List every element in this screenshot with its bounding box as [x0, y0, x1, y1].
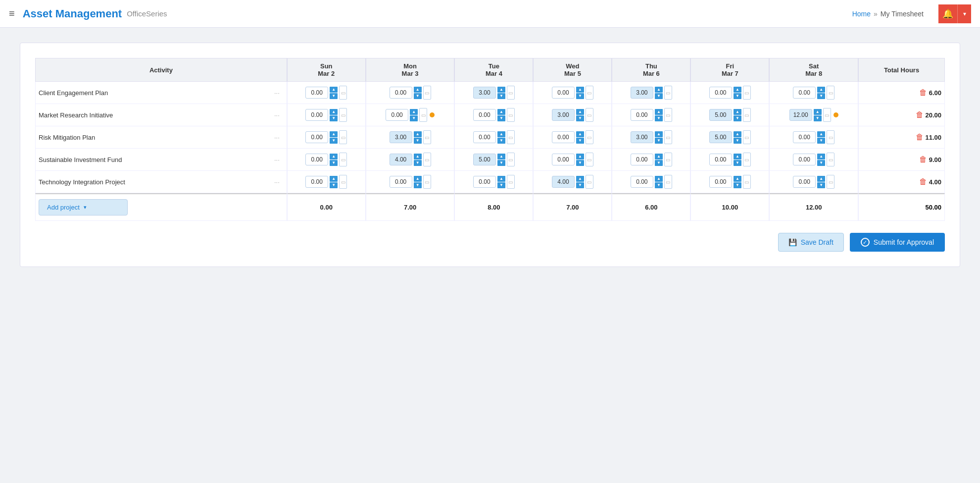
note-button[interactable]: ▭	[507, 175, 515, 189]
row-menu-dots[interactable]: ···	[274, 156, 280, 163]
note-button[interactable]: ▭	[586, 153, 593, 166]
delete-row-button[interactable]: 🗑	[919, 155, 927, 164]
spin-down-button[interactable]: ▼	[817, 93, 825, 99]
row-menu-dots[interactable]: ···	[274, 89, 280, 97]
note-button[interactable]: ▭	[827, 153, 834, 166]
spin-down-button[interactable]: ▼	[734, 182, 741, 188]
spin-down-button[interactable]: ▼	[576, 182, 584, 188]
hour-input[interactable]	[305, 87, 328, 99]
spin-up-button[interactable]: ▲	[817, 131, 825, 137]
hour-input[interactable]	[390, 154, 412, 165]
hour-input[interactable]	[789, 109, 812, 121]
spin-down-button[interactable]: ▼	[497, 160, 505, 166]
note-button[interactable]: ▭	[664, 86, 672, 100]
spin-up-button[interactable]: ▲	[734, 131, 741, 137]
hour-input[interactable]	[473, 131, 496, 143]
spin-down-button[interactable]: ▼	[497, 182, 505, 188]
spin-down-button[interactable]: ▼	[414, 138, 422, 144]
spin-down-button[interactable]: ▼	[734, 93, 741, 99]
row-menu-dots[interactable]: ···	[274, 134, 280, 141]
hour-input[interactable]	[473, 109, 496, 121]
notification-bell-button[interactable]: 🔔	[938, 4, 957, 23]
spin-up-button[interactable]: ▲	[817, 154, 825, 160]
hour-input[interactable]	[386, 109, 408, 121]
hour-input[interactable]	[390, 87, 412, 99]
spin-up-button[interactable]: ▲	[330, 109, 338, 115]
note-button[interactable]: ▭	[339, 86, 347, 100]
spin-up-button[interactable]: ▲	[497, 87, 505, 93]
spin-down-button[interactable]: ▼	[576, 160, 584, 166]
note-button[interactable]: ▭	[507, 130, 515, 144]
note-button[interactable]: ▭	[823, 108, 831, 122]
spin-up-button[interactable]: ▲	[330, 87, 338, 93]
hour-input[interactable]	[631, 131, 653, 143]
hour-input[interactable]	[793, 87, 816, 99]
spin-down-button[interactable]: ▼	[734, 115, 741, 121]
header-dropdown-button[interactable]: ▾	[957, 4, 971, 23]
note-button[interactable]: ▭	[339, 108, 347, 122]
spin-up-button[interactable]: ▲	[330, 176, 338, 182]
note-button[interactable]: ▭	[664, 175, 672, 189]
hour-input[interactable]	[473, 176, 496, 188]
spin-up-button[interactable]: ▲	[497, 154, 505, 160]
row-menu-dots[interactable]: ···	[274, 178, 280, 186]
hour-input[interactable]	[631, 176, 653, 188]
note-button[interactable]: ▭	[423, 130, 431, 144]
note-button[interactable]: ▭	[664, 153, 672, 166]
note-button[interactable]: ▭	[507, 108, 515, 122]
spin-down-button[interactable]: ▼	[330, 93, 338, 99]
spin-down-button[interactable]: ▼	[497, 138, 505, 144]
note-button[interactable]: ▭	[339, 130, 347, 144]
spin-down-button[interactable]: ▼	[655, 138, 663, 144]
note-button[interactable]: ▭	[827, 130, 834, 144]
spin-down-button[interactable]: ▼	[814, 115, 822, 121]
spin-down-button[interactable]: ▼	[817, 138, 825, 144]
note-button[interactable]: ▭	[586, 108, 593, 122]
spin-up-button[interactable]: ▲	[497, 109, 505, 115]
spin-up-button[interactable]: ▲	[576, 109, 584, 115]
spin-up-button[interactable]: ▲	[414, 87, 422, 93]
spin-down-button[interactable]: ▼	[410, 115, 418, 121]
note-button[interactable]: ▭	[743, 108, 751, 122]
hour-input[interactable]	[709, 176, 732, 188]
spin-up-button[interactable]: ▲	[576, 131, 584, 137]
spin-up-button[interactable]: ▲	[817, 176, 825, 182]
spin-up-button[interactable]: ▲	[414, 176, 422, 182]
delete-row-button[interactable]: 🗑	[919, 88, 927, 97]
spin-down-button[interactable]: ▼	[497, 93, 505, 99]
spin-down-button[interactable]: ▼	[655, 115, 663, 121]
spin-up-button[interactable]: ▲	[655, 154, 663, 160]
spin-down-button[interactable]: ▼	[655, 182, 663, 188]
hour-input[interactable]	[709, 109, 732, 121]
note-button[interactable]: ▭	[339, 153, 347, 166]
hour-input[interactable]	[631, 87, 653, 99]
menu-icon[interactable]: ≡	[9, 8, 15, 19]
spin-up-button[interactable]: ▲	[734, 176, 741, 182]
spin-down-button[interactable]: ▼	[414, 160, 422, 166]
row-menu-dots[interactable]: ···	[274, 111, 280, 119]
hour-input[interactable]	[709, 87, 732, 99]
hour-input[interactable]	[473, 154, 496, 165]
spin-down-button[interactable]: ▼	[734, 160, 741, 166]
hour-input[interactable]	[305, 176, 328, 188]
spin-up-button[interactable]: ▲	[814, 109, 822, 115]
hour-input[interactable]	[631, 109, 653, 121]
note-button[interactable]: ▭	[423, 153, 431, 166]
spin-up-button[interactable]: ▲	[330, 131, 338, 137]
spin-up-button[interactable]: ▲	[410, 109, 418, 115]
note-button[interactable]: ▭	[586, 86, 593, 100]
hour-input[interactable]	[473, 87, 496, 99]
note-button[interactable]: ▭	[743, 175, 751, 189]
note-button[interactable]: ▭	[423, 86, 431, 100]
note-button[interactable]: ▭	[419, 108, 427, 122]
spin-up-button[interactable]: ▲	[655, 87, 663, 93]
hour-input[interactable]	[631, 154, 653, 165]
hour-input[interactable]	[793, 131, 816, 143]
spin-down-button[interactable]: ▼	[576, 93, 584, 99]
spin-down-button[interactable]: ▼	[330, 182, 338, 188]
hour-input[interactable]	[793, 154, 816, 165]
note-button[interactable]: ▭	[423, 175, 431, 189]
spin-down-button[interactable]: ▼	[330, 160, 338, 166]
hour-input[interactable]	[305, 109, 328, 121]
spin-down-button[interactable]: ▼	[817, 182, 825, 188]
